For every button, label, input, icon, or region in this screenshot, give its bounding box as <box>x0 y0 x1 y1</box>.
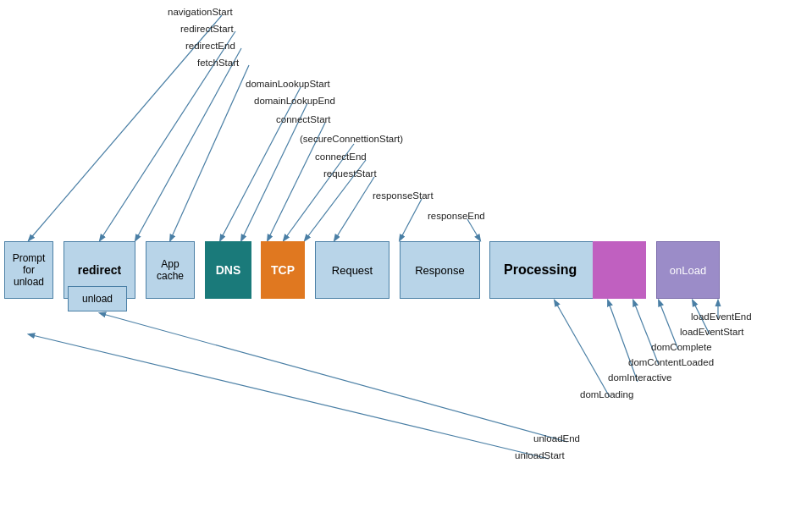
label-responseEnd: responseEnd <box>428 211 485 221</box>
svg-line-9 <box>334 177 374 240</box>
box-response: Response <box>400 241 480 299</box>
label-secureConnectionStart: (secureConnettionStart) <box>300 134 403 144</box>
box-request: Request <box>315 241 389 299</box>
svg-line-19 <box>29 334 549 459</box>
svg-line-17 <box>555 300 610 397</box>
svg-line-10 <box>400 199 422 240</box>
box-unload: unload <box>68 286 127 311</box>
box-tcp: TCP <box>261 241 305 299</box>
navigation-timing-diagram: Promptforunload redirect unload Appcache… <box>0 0 812 518</box>
label-connectEnd: connectEnd <box>315 152 367 162</box>
label-unloadStart: unloadStart <box>515 450 565 460</box>
label-loadEventEnd: loadEventEnd <box>691 311 752 322</box>
svg-line-4 <box>220 87 301 240</box>
box-processing: Processing <box>489 241 646 299</box>
box-appcache: Appcache <box>146 241 195 299</box>
svg-line-15 <box>633 300 659 365</box>
label-domainLookupEnd: domainLookupEnd <box>254 96 335 106</box>
label-domainLookupStart: domainLookupStart <box>246 79 330 89</box>
label-navigationStart: navigationStart <box>168 7 233 17</box>
label-domLoading: domLoading <box>580 389 633 400</box>
label-responseStart: responseStart <box>373 190 434 201</box>
label-connectStart: connectStart <box>276 114 331 124</box>
box-onload: onLoad <box>656 241 720 299</box>
svg-line-2 <box>135 48 241 240</box>
label-fetchStart: fetchStart <box>197 58 239 68</box>
box-dns: DNS <box>205 241 251 299</box>
label-redirectStart: redirectStart <box>180 24 234 34</box>
label-unloadEnd: unloadEnd <box>533 433 580 444</box>
svg-line-18 <box>100 313 567 442</box>
label-requestStart: requestStart <box>323 168 377 179</box>
label-redirectEnd: redirectEnd <box>185 41 235 51</box>
label-domComplete: domComplete <box>651 342 712 352</box>
svg-line-11 <box>467 219 480 240</box>
svg-line-3 <box>170 65 249 240</box>
svg-line-16 <box>608 300 638 382</box>
label-domInteractive: domInteractive <box>608 372 671 383</box>
box-prompt: Promptforunload <box>4 241 53 299</box>
label-loadEventStart: loadEventStart <box>680 327 743 337</box>
label-domContentLoaded: domContentLoaded <box>628 357 714 367</box>
